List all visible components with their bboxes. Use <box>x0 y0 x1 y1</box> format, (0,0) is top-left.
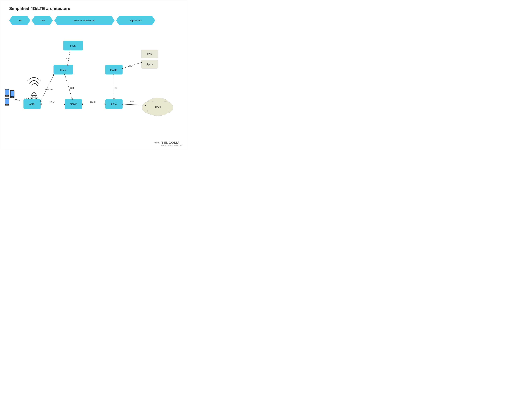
svg-text:PGW: PGW <box>111 103 117 106</box>
svg-text:eNB: eNB <box>29 103 35 106</box>
svg-text:S6a: S6a <box>66 58 70 60</box>
svg-point-18 <box>158 102 173 114</box>
telcoma-logo: TELCOMA CERTIFICATIONS SINCE 2009 <box>153 140 182 147</box>
svg-point-16 <box>146 98 170 113</box>
banner-ues: UEs <box>9 16 30 25</box>
svg-marker-54 <box>122 103 123 105</box>
svg-text:IMS: IMS <box>147 52 152 55</box>
svg-text:LTE-Uu: LTE-Uu <box>14 99 20 101</box>
svg-line-22 <box>68 50 70 65</box>
svg-text:PCRF: PCRF <box>110 68 118 71</box>
arrow-banner-row: UEs RAN Wireless Mobile Core Application… <box>9 15 178 26</box>
svg-rect-10 <box>105 65 123 75</box>
svg-rect-72 <box>5 99 9 104</box>
svg-marker-46 <box>40 103 42 105</box>
svg-line-58 <box>34 98 39 99</box>
page: Simplified 4G/LTE architecture UEs RAN W… <box>0 0 187 150</box>
svg-rect-6 <box>65 99 82 109</box>
svg-rect-68 <box>10 90 14 98</box>
svg-marker-49 <box>105 103 106 105</box>
svg-point-20 <box>147 102 169 113</box>
svg-marker-36 <box>113 74 115 75</box>
svg-text:PDN: PDN <box>155 106 161 109</box>
svg-text:Rx: Rx <box>129 65 132 67</box>
svg-text:Apps: Apps <box>147 63 153 66</box>
svg-marker-31 <box>71 99 73 100</box>
svg-point-67 <box>6 95 8 97</box>
svg-line-74 <box>16 99 29 99</box>
svg-text:S1-U: S1-U <box>50 101 55 103</box>
svg-marker-53 <box>145 104 147 106</box>
svg-line-57 <box>29 98 34 99</box>
banner-wmc: Wireless Mobile Core <box>54 16 114 25</box>
svg-text:SGi: SGi <box>130 100 134 103</box>
svg-point-70 <box>11 97 13 98</box>
svg-point-17 <box>142 101 159 114</box>
svg-line-26 <box>41 75 53 101</box>
svg-text:S11: S11 <box>70 87 74 89</box>
telcoma-waves-icon <box>153 140 160 147</box>
banner-apps: Applications <box>116 16 155 25</box>
svg-marker-40 <box>122 68 123 69</box>
svg-text:S5/S8: S5/S8 <box>90 101 96 103</box>
svg-marker-32 <box>64 74 65 75</box>
svg-line-59 <box>31 92 34 95</box>
svg-rect-12 <box>141 50 158 58</box>
banner-ran: RAN <box>32 16 53 25</box>
svg-rect-14 <box>141 60 158 69</box>
svg-line-30 <box>65 75 72 99</box>
svg-marker-24 <box>67 64 69 65</box>
svg-text:S1-MME: S1-MME <box>44 88 53 91</box>
svg-rect-2 <box>53 65 73 75</box>
telcoma-text: TELCOMA CERTIFICATIONS SINCE 2009 <box>161 141 182 146</box>
svg-marker-39 <box>140 62 142 63</box>
svg-rect-0 <box>63 41 83 50</box>
svg-marker-50 <box>81 103 83 105</box>
svg-marker-45 <box>64 103 65 105</box>
svg-point-75 <box>156 142 157 143</box>
svg-marker-23 <box>69 50 71 51</box>
svg-rect-66 <box>5 89 9 95</box>
svg-text:MME: MME <box>60 68 66 71</box>
svg-text:HSS: HSS <box>70 44 76 47</box>
svg-line-60 <box>34 92 37 95</box>
svg-marker-27 <box>53 75 54 76</box>
svg-rect-71 <box>5 98 9 106</box>
svg-point-73 <box>6 104 8 106</box>
svg-marker-28 <box>40 100 42 102</box>
svg-line-38 <box>123 62 141 69</box>
page-title: Simplified 4G/LTE architecture <box>9 6 70 11</box>
svg-text:SGW: SGW <box>70 103 77 106</box>
svg-point-19 <box>147 107 168 116</box>
svg-line-61 <box>32 95 34 98</box>
svg-rect-69 <box>10 91 14 96</box>
svg-line-52 <box>123 104 146 105</box>
svg-rect-8 <box>105 99 123 109</box>
svg-text:Gx: Gx <box>115 87 118 89</box>
svg-marker-35 <box>113 99 115 100</box>
svg-rect-4 <box>24 99 41 109</box>
svg-rect-65 <box>5 89 9 97</box>
svg-line-62 <box>34 95 36 98</box>
